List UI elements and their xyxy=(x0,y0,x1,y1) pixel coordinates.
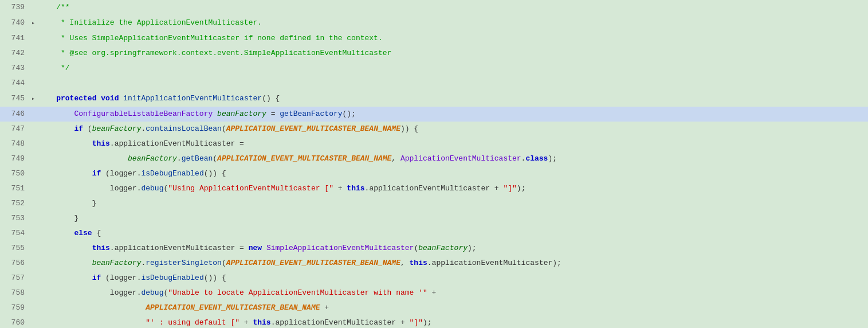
line-content: /** xyxy=(36,0,868,15)
line-content: this.applicationEventMulticaster = xyxy=(36,136,868,151)
line-marker xyxy=(32,300,36,315)
code-line-740: 740▸ * Initialize the ApplicationEventMu… xyxy=(0,15,868,31)
code-line-749: 749 beanFactory.getBean(APPLICATION_EVEN… xyxy=(0,151,868,166)
line-number: 741 xyxy=(0,31,32,46)
line-content: */ xyxy=(36,61,868,76)
line-marker xyxy=(32,61,36,76)
line-marker xyxy=(32,166,36,181)
line-number: 745 xyxy=(0,91,32,107)
line-content: } xyxy=(36,211,868,226)
line-marker xyxy=(32,271,36,286)
code-line-758: 758 logger.debug("Unable to locate Appli… xyxy=(0,286,868,300)
line-marker xyxy=(32,181,36,196)
line-content xyxy=(36,76,868,91)
line-marker xyxy=(32,286,36,300)
line-number: 758 xyxy=(0,286,32,300)
line-number: 739 xyxy=(0,0,32,15)
line-content: * @see org.springframework.context.event… xyxy=(36,46,868,61)
line-number: 751 xyxy=(0,181,32,196)
line-content: * Initialize the ApplicationEventMultica… xyxy=(36,15,868,31)
code-container: 739 /**740▸ * Initialize the Application… xyxy=(0,0,868,328)
line-marker xyxy=(32,31,36,46)
line-content: APPLICATION_EVENT_MULTICASTER_BEAN_NAME … xyxy=(36,300,868,315)
line-marker xyxy=(32,0,36,15)
code-line-753: 753 } xyxy=(0,211,868,226)
line-number: 743 xyxy=(0,61,32,76)
line-content: beanFactory.registerSingleton(APPLICATIO… xyxy=(36,256,868,271)
line-number: 748 xyxy=(0,136,32,151)
line-number: 757 xyxy=(0,271,32,286)
line-number: 750 xyxy=(0,166,32,181)
line-content: logger.debug("Unable to locate Applicati… xyxy=(36,286,868,300)
line-content: } xyxy=(36,196,868,211)
line-number: 754 xyxy=(0,226,32,241)
line-content: if (logger.isDebugEnabled()) { xyxy=(36,166,868,181)
code-table: 739 /**740▸ * Initialize the Application… xyxy=(0,0,868,328)
line-content: protected void initApplicationEventMulti… xyxy=(36,91,868,107)
line-content: "' : using default [" + this.application… xyxy=(36,315,868,328)
line-number: 752 xyxy=(0,196,32,211)
line-marker xyxy=(32,136,36,151)
code-line-757: 757 if (logger.isDebugEnabled()) { xyxy=(0,271,868,286)
line-content: else { xyxy=(36,226,868,241)
line-marker xyxy=(32,46,36,61)
code-line-752: 752 } xyxy=(0,196,868,211)
line-marker xyxy=(32,241,36,256)
code-line-751: 751 logger.debug("Using ApplicationEvent… xyxy=(0,181,868,196)
line-number: 747 xyxy=(0,122,32,136)
line-marker xyxy=(32,107,36,122)
line-number: 744 xyxy=(0,76,32,91)
line-number: 746 xyxy=(0,107,32,122)
line-number: 740 xyxy=(0,15,32,31)
line-number: 756 xyxy=(0,256,32,271)
line-marker: ▸ xyxy=(32,91,36,107)
code-line-750: 750 if (logger.isDebugEnabled()) { xyxy=(0,166,868,181)
line-marker xyxy=(32,122,36,136)
line-number: 742 xyxy=(0,46,32,61)
code-line-745: 745▸ protected void initApplicationEvent… xyxy=(0,91,868,107)
line-content: ConfigurableListableBeanFactory beanFact… xyxy=(36,107,868,122)
code-line-756: 756 beanFactory.registerSingleton(APPLIC… xyxy=(0,256,868,271)
line-number: 760 xyxy=(0,315,32,328)
line-content: logger.debug("Using ApplicationEventMult… xyxy=(36,181,868,196)
code-line-760: 760 "' : using default [" + this.applica… xyxy=(0,315,868,328)
line-content: beanFactory.getBean(APPLICATION_EVENT_MU… xyxy=(36,151,868,166)
code-line-746: 746 ConfigurableListableBeanFactory bean… xyxy=(0,107,868,122)
line-number: 755 xyxy=(0,241,32,256)
code-line-743: 743 */ xyxy=(0,61,868,76)
line-marker xyxy=(32,256,36,271)
line-content: this.applicationEventMulticaster = new S… xyxy=(36,241,868,256)
code-line-755: 755 this.applicationEventMulticaster = n… xyxy=(0,241,868,256)
line-content: if (logger.isDebugEnabled()) { xyxy=(36,271,868,286)
line-marker xyxy=(32,196,36,211)
line-number: 759 xyxy=(0,300,32,315)
line-marker xyxy=(32,315,36,328)
code-line-747: 747 if (beanFactory.containsLocalBean(AP… xyxy=(0,122,868,136)
code-line-742: 742 * @see org.springframework.context.e… xyxy=(0,46,868,61)
code-line-744: 744 xyxy=(0,76,868,91)
line-content: if (beanFactory.containsLocalBean(APPLIC… xyxy=(36,122,868,136)
line-number: 749 xyxy=(0,151,32,166)
code-line-754: 754 else { xyxy=(0,226,868,241)
line-content: * Uses SimpleApplicationEventMulticaster… xyxy=(36,31,868,46)
code-line-748: 748 this.applicationEventMulticaster = xyxy=(0,136,868,151)
code-line-739: 739 /** xyxy=(0,0,868,15)
line-marker xyxy=(32,76,36,91)
line-marker xyxy=(32,226,36,241)
line-marker: ▸ xyxy=(32,15,36,31)
line-number: 753 xyxy=(0,211,32,226)
code-line-741: 741 * Uses SimpleApplicationEventMultica… xyxy=(0,31,868,46)
line-marker xyxy=(32,151,36,166)
code-line-759: 759 APPLICATION_EVENT_MULTICASTER_BEAN_N… xyxy=(0,300,868,315)
line-marker xyxy=(32,211,36,226)
